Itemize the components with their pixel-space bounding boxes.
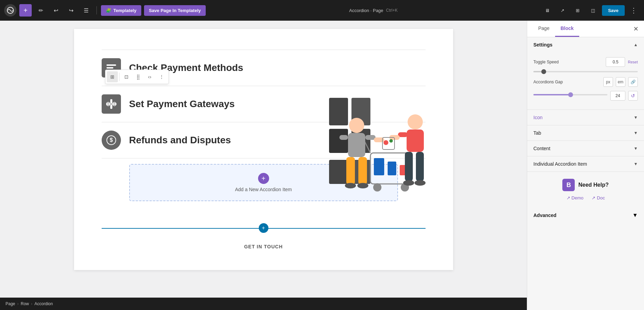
accordion-title-3: Refunds and Disputes [129, 135, 231, 146]
settings-chevron-icon: ▲ [634, 42, 638, 47]
svg-rect-23 [374, 158, 384, 175]
advanced-section[interactable]: Advanced ▼ [527, 207, 644, 223]
tab-block[interactable]: Block [555, 21, 579, 37]
doc-label: Doc [597, 195, 605, 200]
content-chevron-icon: ▼ [634, 146, 638, 151]
svg-point-43 [389, 139, 393, 143]
main-layout: ⊞ ⊡ ⣿ ‹› ⋮ Check Payment Methods [0, 21, 644, 310]
icon-label: Icon [533, 115, 542, 120]
doc-link[interactable]: ↗ Doc [592, 195, 605, 200]
more-options-icon[interactable]: ⋮ [627, 5, 640, 16]
toggle-speed-reset[interactable]: Reset [628, 60, 638, 64]
accordions-gap-slider[interactable] [533, 94, 607, 95]
redo-button[interactable]: ↪ [65, 4, 77, 17]
sidebar-close-button[interactable]: ✕ [633, 25, 638, 33]
svg-rect-16 [329, 129, 348, 153]
gap-slider-fill [533, 94, 571, 95]
insert-block-button[interactable]: + [259, 223, 268, 233]
svg-point-44 [403, 180, 414, 186]
templately-button[interactable]: 🧩 Templately [101, 5, 141, 16]
svg-rect-18 [329, 160, 348, 184]
svg-rect-7 [110, 105, 112, 109]
right-sidebar: Page Block ✕ Settings ▲ Toggle Speed 0.5… [527, 21, 644, 310]
toolbar-right: 🖥 ↗ ⊞ ◫ Save ⋮ [541, 4, 640, 17]
add-accordion-label: Add a New Accordion Item [235, 187, 292, 192]
breadcrumb-row[interactable]: Row [21, 301, 29, 306]
block-manager-icon[interactable]: ⊞ [572, 4, 584, 17]
content-section[interactable]: Content ▼ [527, 141, 644, 156]
settings-title: Settings [533, 42, 552, 48]
icon-section[interactable]: Icon ▼ [527, 110, 644, 125]
toolbar-center: Accordion · Page Ctrl+K [208, 8, 539, 13]
demo-label: Demo [572, 195, 584, 200]
accordions-gap-value-row: 24 ↺ [533, 91, 638, 101]
svg-rect-38 [416, 152, 424, 181]
svg-point-45 [415, 180, 426, 186]
svg-rect-6 [110, 99, 112, 103]
toggle-speed-value[interactable]: 0.5 [606, 57, 625, 67]
accordions-gap-label: Accordions Gap [533, 80, 601, 84]
page-name: Accordion · Page Ctrl+K [349, 8, 398, 13]
svg-rect-37 [405, 152, 413, 181]
breadcrumb-accordion[interactable]: Accordion [34, 301, 53, 306]
breadcrumb-page[interactable]: Page [6, 301, 15, 306]
individual-accordion-label: Individual Accordion Item [533, 161, 587, 167]
gap-unit-link[interactable]: 🔗 [628, 77, 638, 87]
gap-slider-thumb[interactable] [568, 92, 573, 97]
svg-rect-28 [346, 157, 355, 185]
svg-rect-30 [339, 135, 348, 140]
gap-value-box[interactable]: 24 [610, 91, 625, 101]
individual-accordion-section[interactable]: Individual Accordion Item ▼ [527, 156, 644, 172]
gap-unit-px[interactable]: px [603, 77, 613, 87]
svg-point-26 [349, 118, 364, 133]
more-block-options[interactable]: ⋮ [156, 71, 167, 82]
settings-section-header[interactable]: Settings ▲ [527, 37, 644, 52]
tab-label: Tab [533, 130, 541, 136]
breadcrumb: Page › Row › Accordion [0, 298, 527, 310]
external-link-icon[interactable]: ↗ [556, 4, 569, 17]
need-help-links: ↗ Demo ↗ Doc [566, 195, 605, 200]
need-help-title: Need Help? [578, 182, 609, 188]
save-button[interactable]: Save [602, 5, 625, 16]
block-icon-button[interactable]: ⊡ [121, 71, 132, 82]
svg-rect-1 [106, 64, 116, 66]
slider-thumb[interactable] [541, 69, 546, 74]
svg-rect-36 [407, 130, 424, 152]
tools-icon[interactable]: ✏ [34, 4, 47, 17]
svg-rect-14 [329, 98, 348, 125]
block-toolbar: ⊞ ⊡ ⣿ ‹› ⋮ [105, 70, 169, 84]
svg-rect-2 [106, 67, 113, 69]
toggle-speed-slider[interactable] [533, 71, 638, 72]
tab-chevron-icon: ▼ [634, 131, 638, 135]
add-plus-icon: + [258, 173, 269, 184]
desktop-view-icon[interactable]: 🖥 [541, 4, 554, 17]
templately-icon: 🧩 [106, 8, 111, 13]
demo-link[interactable]: ↗ Demo [566, 195, 584, 200]
need-help-icon: B [562, 179, 575, 191]
save-in-templately-button[interactable]: Save Page In Templately [144, 5, 206, 16]
accordion-title-2: Set Payment Gateways [129, 99, 235, 110]
gap-unit-em[interactable]: em [616, 77, 625, 87]
tab-page[interactable]: Page [533, 21, 555, 37]
add-block-button[interactable]: + [19, 4, 32, 17]
content-label: Content [533, 146, 550, 151]
doc-icon: ↗ [592, 195, 595, 200]
accordions-gap-row: Accordions Gap px em 🔗 [533, 77, 638, 87]
wp-logo[interactable] [4, 4, 17, 17]
gap-refresh-icon[interactable]: ↺ [628, 91, 638, 101]
navigate-arrows[interactable]: ‹› [144, 71, 155, 82]
advanced-chevron-icon: ▼ [632, 212, 638, 218]
tab-section[interactable]: Tab ▼ [527, 125, 644, 141]
svg-point-21 [373, 183, 381, 192]
drag-handle[interactable]: ⣿ [133, 71, 144, 82]
accordion-icon-3: $ [102, 131, 121, 150]
sidebar-toggle-icon[interactable]: ◫ [587, 4, 599, 17]
icon-chevron-icon: ▼ [634, 115, 638, 120]
illustration [308, 84, 439, 208]
details-icon[interactable]: ☰ [80, 4, 92, 17]
save-in-templately-label: Save Page In Templately [149, 8, 201, 13]
undo-button[interactable]: ↩ [50, 4, 62, 17]
accordion-icon-2 [102, 94, 121, 114]
block-type-button[interactable]: ⊞ [107, 71, 118, 82]
need-help-top: B Need Help? [562, 179, 609, 191]
